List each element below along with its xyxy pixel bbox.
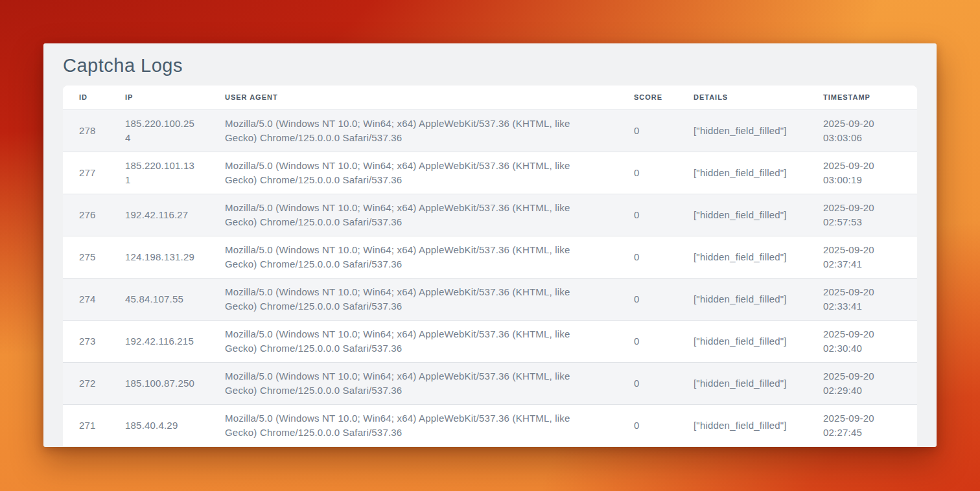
table-row: 273192.42.116.215Mozilla/5.0 (Windows NT… bbox=[63, 320, 917, 362]
column-header-timestamp: TIMESTAMP bbox=[807, 86, 917, 109]
cell-ip: 185.220.100.254 bbox=[109, 109, 209, 152]
cell-timestamp: 2025-09-20 02:37:41 bbox=[807, 236, 917, 278]
cell-ip: 185.100.87.250 bbox=[109, 362, 209, 404]
logs-table-container: IDIPUSER AGENTSCOREDETAILSTIMESTAMP 2781… bbox=[63, 86, 917, 446]
column-header-ip: IP bbox=[109, 86, 209, 109]
cell-score: 0 bbox=[618, 194, 677, 236]
table-row: 271185.40.4.29Mozilla/5.0 (Windows NT 10… bbox=[63, 404, 917, 446]
cell-user_agent: Mozilla/5.0 (Windows NT 10.0; Win64; x64… bbox=[209, 194, 618, 236]
table-row: 272185.100.87.250Mozilla/5.0 (Windows NT… bbox=[63, 362, 917, 404]
cell-score: 0 bbox=[618, 278, 677, 320]
cell-user_agent: Mozilla/5.0 (Windows NT 10.0; Win64; x64… bbox=[209, 362, 618, 404]
table-row: 277185.220.101.131Mozilla/5.0 (Windows N… bbox=[63, 152, 917, 194]
cell-ip: 124.198.131.29 bbox=[109, 236, 209, 278]
cell-user_agent: Mozilla/5.0 (Windows NT 10.0; Win64; x64… bbox=[209, 236, 618, 278]
cell-ip: 192.42.116.215 bbox=[109, 320, 209, 362]
cell-details: ["hidden_field_filled"] bbox=[677, 278, 807, 320]
cell-id: 272 bbox=[63, 362, 109, 404]
column-header-user_agent: USER AGENT bbox=[209, 86, 618, 109]
cell-user_agent: Mozilla/5.0 (Windows NT 10.0; Win64; x64… bbox=[209, 152, 618, 194]
cell-user_agent: Mozilla/5.0 (Windows NT 10.0; Win64; x64… bbox=[209, 278, 618, 320]
cell-score: 0 bbox=[618, 362, 677, 404]
cell-details: ["hidden_field_filled"] bbox=[677, 236, 807, 278]
cell-score: 0 bbox=[618, 152, 677, 194]
cell-timestamp: 2025-09-20 02:33:41 bbox=[807, 278, 917, 320]
cell-id: 277 bbox=[63, 152, 109, 194]
cell-details: ["hidden_field_filled"] bbox=[677, 362, 807, 404]
cell-user_agent: Mozilla/5.0 (Windows NT 10.0; Win64; x64… bbox=[209, 109, 618, 152]
column-header-id: ID bbox=[63, 86, 109, 109]
table-body: 278185.220.100.254Mozilla/5.0 (Windows N… bbox=[63, 109, 917, 446]
cell-timestamp: 2025-09-20 03:00:19 bbox=[807, 152, 917, 194]
captcha-logs-card: Captcha Logs IDIPUSER AGENTSCOREDETAILST… bbox=[43, 43, 937, 447]
cell-timestamp: 2025-09-20 02:27:45 bbox=[807, 404, 917, 446]
table-row: 275124.198.131.29Mozilla/5.0 (Windows NT… bbox=[63, 236, 917, 278]
cell-id: 274 bbox=[63, 278, 109, 320]
cell-details: ["hidden_field_filled"] bbox=[677, 320, 807, 362]
cell-timestamp: 2025-09-20 02:57:53 bbox=[807, 194, 917, 236]
table-row: 278185.220.100.254Mozilla/5.0 (Windows N… bbox=[63, 109, 917, 152]
cell-id: 276 bbox=[63, 194, 109, 236]
cell-ip: 185.220.101.131 bbox=[109, 152, 209, 194]
cell-details: ["hidden_field_filled"] bbox=[677, 404, 807, 446]
captcha-logs-table: IDIPUSER AGENTSCOREDETAILSTIMESTAMP 2781… bbox=[63, 86, 917, 446]
cell-timestamp: 2025-09-20 03:03:06 bbox=[807, 109, 917, 152]
cell-id: 271 bbox=[63, 404, 109, 446]
cell-ip: 45.84.107.55 bbox=[109, 278, 209, 320]
cell-score: 0 bbox=[618, 109, 677, 152]
cell-score: 0 bbox=[618, 320, 677, 362]
table-header-row: IDIPUSER AGENTSCOREDETAILSTIMESTAMP bbox=[63, 86, 917, 109]
table-row: 276192.42.116.27Mozilla/5.0 (Windows NT … bbox=[63, 194, 917, 236]
column-header-score: SCORE bbox=[618, 86, 677, 109]
cell-user_agent: Mozilla/5.0 (Windows NT 10.0; Win64; x64… bbox=[209, 320, 618, 362]
page-title: Captcha Logs bbox=[63, 54, 937, 77]
table-row: 27445.84.107.55Mozilla/5.0 (Windows NT 1… bbox=[63, 278, 917, 320]
cell-score: 0 bbox=[618, 236, 677, 278]
cell-details: ["hidden_field_filled"] bbox=[677, 109, 807, 152]
cell-score: 0 bbox=[618, 404, 677, 446]
cell-ip: 192.42.116.27 bbox=[109, 194, 209, 236]
cell-timestamp: 2025-09-20 02:30:40 bbox=[807, 320, 917, 362]
cell-timestamp: 2025-09-20 02:29:40 bbox=[807, 362, 917, 404]
cell-id: 275 bbox=[63, 236, 109, 278]
cell-id: 278 bbox=[63, 109, 109, 152]
cell-user_agent: Mozilla/5.0 (Windows NT 10.0; Win64; x64… bbox=[209, 404, 618, 446]
column-header-details: DETAILS bbox=[677, 86, 807, 109]
cell-ip: 185.40.4.29 bbox=[109, 404, 209, 446]
cell-id: 273 bbox=[63, 320, 109, 362]
cell-details: ["hidden_field_filled"] bbox=[677, 194, 807, 236]
page-background: Captcha Logs IDIPUSER AGENTSCOREDETAILST… bbox=[0, 0, 980, 491]
cell-details: ["hidden_field_filled"] bbox=[677, 152, 807, 194]
